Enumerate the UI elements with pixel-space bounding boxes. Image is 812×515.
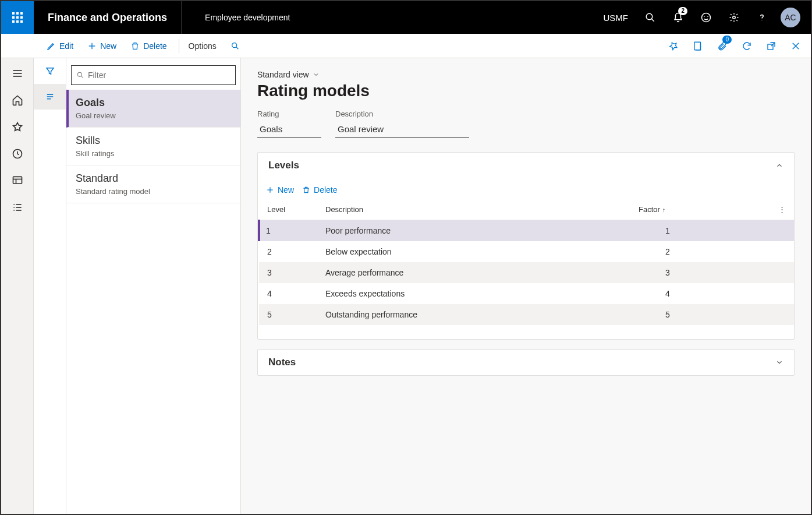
list-item-title: Standard [76, 172, 231, 185]
delete-label: Delete [143, 41, 166, 51]
feedback-icon[interactable] [693, 1, 719, 34]
description-label: Description [335, 110, 469, 118]
edit-label: Edit [59, 41, 73, 51]
filter-pane-icon[interactable] [34, 58, 66, 84]
cell-desc: Exceeds expectations [317, 283, 630, 304]
options-label: Options [189, 41, 217, 51]
list-item-title: Skills [76, 135, 231, 147]
grid-menu-icon[interactable]: ⋮ [770, 199, 794, 220]
view-selector[interactable]: Standard view [257, 70, 795, 79]
svg-point-13 [707, 16, 708, 17]
favorites-icon[interactable] [1, 114, 34, 140]
col-factor[interactable]: Factor↑ [630, 199, 770, 220]
notifications-icon[interactable]: 2 [665, 1, 691, 34]
grid-delete-label: Delete [314, 185, 337, 195]
svg-rect-1 [16, 12, 19, 15]
list-item[interactable]: GoalsGoal review [66, 90, 240, 128]
sort-asc-icon: ↑ [662, 206, 666, 213]
svg-line-10 [651, 19, 654, 22]
table-row[interactable]: 5Outstanding performance5 [259, 304, 794, 325]
grid-new-button[interactable]: New [266, 185, 294, 195]
grid-new-label: New [278, 185, 294, 195]
view-label: Standard view [257, 70, 309, 79]
cell-desc: Poor performance [317, 220, 630, 242]
description-field[interactable]: Goal review [335, 121, 469, 138]
list-item-title: Goals [76, 97, 231, 109]
svg-rect-7 [16, 20, 19, 23]
notes-header[interactable]: Notes [258, 350, 794, 375]
list-item[interactable]: SkillsSkill ratings [66, 128, 240, 165]
levels-header[interactable]: Levels [258, 153, 794, 178]
user-avatar[interactable]: AC [781, 8, 800, 27]
home-icon[interactable] [1, 87, 34, 113]
svg-line-41 [81, 76, 83, 78]
cell-level: 2 [259, 241, 317, 262]
cell-level: 1 [259, 220, 317, 242]
table-row[interactable]: 2Below expectation2 [259, 241, 794, 262]
table-row[interactable]: 4Exceeds expectations4 [259, 283, 794, 304]
recent-icon[interactable] [1, 141, 34, 167]
cell-factor: 5 [630, 304, 770, 325]
svg-rect-0 [12, 12, 15, 15]
settings-icon[interactable] [721, 1, 747, 34]
cell-level: 3 [259, 262, 317, 283]
table-row[interactable]: 3Average performance3 [259, 262, 794, 283]
notes-title: Notes [268, 357, 296, 368]
levels-card: Levels New Delete [257, 152, 795, 340]
nav-rail [1, 58, 34, 514]
filter-box[interactable] [71, 65, 236, 85]
cell-desc: Average performance [317, 262, 630, 283]
chevron-down-icon [775, 358, 783, 366]
svg-rect-2 [20, 12, 23, 15]
list-item[interactable]: StandardStandard rating model [66, 165, 240, 203]
cell-desc: Below expectation [317, 241, 630, 262]
help-icon[interactable] [749, 1, 775, 34]
col-description[interactable]: Description [317, 199, 630, 220]
svg-rect-4 [16, 16, 19, 19]
cell-factor: 1 [630, 220, 770, 242]
popout-icon[interactable] [761, 36, 782, 57]
options-button[interactable]: Options [179, 39, 221, 53]
svg-point-9 [646, 13, 653, 20]
svg-rect-20 [694, 42, 701, 50]
svg-rect-8 [20, 20, 23, 23]
table-row[interactable]: 1Poor performance1 [259, 220, 794, 242]
rating-label: Rating [257, 110, 321, 118]
breadcrumb: Employee development [182, 13, 596, 22]
page-title: Rating models [257, 82, 795, 100]
svg-point-14 [733, 16, 736, 19]
cell-level: 4 [259, 283, 317, 304]
find-button[interactable] [226, 39, 244, 53]
notifications-badge: 2 [678, 7, 687, 15]
close-icon[interactable] [785, 36, 806, 57]
search-icon[interactable] [637, 1, 663, 34]
rating-field[interactable]: Goals [257, 121, 321, 138]
svg-point-11 [702, 13, 711, 22]
list-pane-icon[interactable] [34, 84, 66, 110]
list-item-sub: Standard rating model [76, 187, 231, 196]
modules-icon[interactable] [1, 195, 34, 220]
grid-delete-button[interactable]: Delete [302, 185, 337, 195]
hamburger-icon[interactable] [1, 61, 34, 86]
levels-grid: Level Description Factor↑ ⋮ 1Poor perfor… [258, 199, 794, 325]
main-content: Standard view Rating models Rating Goals… [241, 58, 811, 514]
notes-card: Notes [257, 349, 795, 376]
new-button[interactable]: New [83, 39, 121, 53]
cell-factor: 3 [630, 262, 770, 283]
svg-line-19 [236, 47, 238, 49]
svg-point-15 [761, 20, 762, 20]
filter-input[interactable] [88, 70, 231, 80]
app-title: Finance and Operations [34, 1, 182, 34]
legal-entity[interactable]: USMF [597, 13, 636, 23]
edit-button[interactable]: Edit [42, 39, 78, 53]
personalize-icon[interactable] [663, 36, 684, 57]
refresh-icon[interactable] [736, 36, 757, 57]
workspaces-icon[interactable] [1, 168, 34, 193]
col-level[interactable]: Level [259, 199, 317, 220]
page-options-icon[interactable] [687, 36, 708, 57]
cell-desc: Outstanding performance [317, 304, 630, 325]
filter-rail [34, 58, 66, 514]
app-launcher-button[interactable] [1, 1, 34, 34]
delete-button[interactable]: Delete [126, 39, 171, 53]
attachments-icon[interactable]: 0 [712, 36, 733, 57]
